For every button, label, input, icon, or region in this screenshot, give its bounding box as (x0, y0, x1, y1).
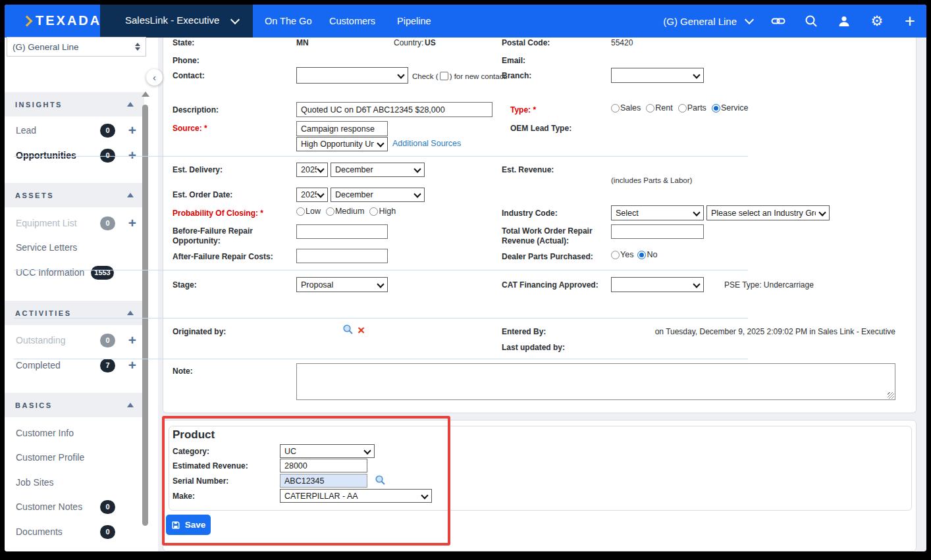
sidebar-item-documents[interactable]: Documents 0 (5, 522, 144, 541)
before-failure-input[interactable] (296, 224, 388, 239)
section-basics[interactable]: BASICS (5, 393, 144, 417)
make-select[interactable]: CATERPILLAR - AA (280, 489, 432, 503)
dealer-parts-label: Dealer Parts Purchased: (502, 252, 593, 261)
add-icon[interactable]: + (128, 149, 136, 162)
texada-logo[interactable]: TEXADA (23, 13, 101, 28)
link-icon[interactable] (771, 14, 785, 28)
est-delivery-label: Est. Delivery: (173, 165, 223, 174)
sidebar-item-opportunities[interactable]: Opportunities 0 + (5, 146, 144, 165)
sidebar-item-outstanding[interactable]: Outstanding 0 + (5, 331, 144, 349)
cat-financing-select[interactable] (611, 277, 704, 292)
est-delivery-year-select[interactable]: 2025 (296, 163, 328, 177)
est-revenue-note: (includes Parts & Labor) (611, 176, 692, 184)
country-label: Country: (394, 38, 423, 47)
sidebar-item-customer-info[interactable]: Customer Info (5, 424, 144, 442)
sidebar-item-lead[interactable]: Lead 0 + (5, 121, 144, 140)
radio-high[interactable]: High (369, 207, 396, 216)
stage-select[interactable]: Proposal (296, 277, 388, 292)
category-select[interactable]: UC (280, 444, 375, 458)
source-input[interactable]: Campaign response (296, 121, 388, 136)
sidebar-item-equipment-list[interactable]: Equipment List 0 + (5, 214, 144, 232)
contact-select[interactable] (296, 67, 408, 84)
section-activities[interactable]: ACTIVITIES (5, 301, 144, 325)
sidebar-item-service-letters[interactable]: Service Letters (5, 238, 144, 257)
user-icon[interactable] (837, 14, 851, 28)
originated-by-label: Originated by: (173, 327, 226, 336)
search-icon[interactable] (804, 14, 818, 28)
gear-icon[interactable]: ⚙ (870, 14, 884, 28)
chevron-down-icon (421, 492, 428, 499)
opportunity-form-card (163, 38, 917, 413)
company-selector[interactable]: (G) General Line (663, 16, 753, 27)
lookup-search-icon[interactable] (342, 324, 354, 338)
est-revenue-label: Est. Revenue: (502, 165, 554, 174)
section-insights[interactable]: INSIGHTS (5, 92, 144, 116)
est-order-month-select[interactable]: December (331, 188, 425, 202)
note-textarea[interactable] (296, 363, 895, 400)
radio-no[interactable]: No (637, 250, 657, 259)
top-navbar: TEXADA SalesLink - Executive On The Go C… (5, 5, 926, 38)
brand-name: TEXADA (36, 13, 101, 28)
chevron-down-icon (363, 447, 371, 454)
sidebar-item-job-sites[interactable]: Job Sites (5, 473, 144, 492)
radio-medium[interactable]: Medium (326, 207, 364, 216)
sidebar-scrollbar[interactable] (142, 90, 149, 544)
nav-pipeline[interactable]: Pipeline (397, 5, 431, 38)
radio-service[interactable]: Service (712, 103, 749, 113)
save-button[interactable]: Save (166, 515, 211, 535)
est-delivery-month-select[interactable]: December (331, 163, 425, 177)
note-label: Note: (173, 367, 193, 376)
entered-by-label: Entered By: (502, 327, 546, 336)
est-order-year-select[interactable]: 2025 (296, 188, 328, 202)
type-label: Type: * (510, 105, 536, 115)
total-wo-input[interactable] (611, 224, 704, 239)
stage-label: Stage: (173, 280, 197, 290)
serial-search-icon[interactable] (375, 474, 386, 488)
clear-x-icon[interactable]: × (358, 324, 365, 336)
serial-number-input[interactable]: ABC12345 (280, 474, 367, 488)
app-window: TEXADA SalesLink - Executive On The Go C… (5, 5, 926, 551)
add-icon[interactable]: + (128, 334, 136, 347)
estimated-revenue-input[interactable]: 28000 (280, 459, 367, 472)
add-icon[interactable]: + (128, 216, 136, 230)
sidebar-item-customer-notes[interactable]: Customer Notes 0 (5, 497, 144, 516)
industry-select[interactable]: Select (611, 205, 704, 220)
resize-grip[interactable] (888, 392, 894, 399)
add-icon[interactable]: + (128, 124, 136, 137)
radio-rent[interactable]: Rent (646, 103, 672, 113)
radio-icon (296, 207, 305, 216)
product-card (163, 420, 917, 551)
probability-label: Probability Of Closing: * (173, 209, 263, 218)
new-contact-checkbox[interactable] (440, 72, 448, 80)
section-assets[interactable]: ASSETS (5, 183, 144, 207)
count-badge: 0 (100, 334, 115, 347)
radio-sales[interactable]: Sales (611, 103, 641, 113)
chevron-down-icon (377, 280, 384, 288)
plus-icon[interactable]: + (903, 14, 917, 28)
add-icon[interactable]: + (128, 359, 136, 372)
texada-chevron-icon (22, 15, 33, 26)
sidebar-item-customer-profile[interactable]: Customer Profile (5, 448, 144, 467)
industry-group-select[interactable]: Please select an Industry Group f (706, 205, 830, 220)
after-failure-input[interactable] (296, 249, 388, 263)
scrollbar-thumb[interactable] (142, 105, 148, 526)
app-menu[interactable]: SalesLink - Executive (100, 5, 253, 38)
radio-yes[interactable]: Yes (611, 250, 633, 259)
source-secondary-select[interactable]: High Opportunity Unde (296, 137, 388, 151)
description-input[interactable]: Quoted UC on D6T ABC12345 $28,000 (296, 102, 492, 117)
radio-icon-selected (712, 104, 720, 113)
additional-sources-link[interactable]: Additional Sources (392, 139, 461, 148)
collapse-triangle-icon (127, 403, 134, 407)
description-label: Description: (173, 105, 219, 115)
radio-parts[interactable]: Parts (678, 103, 706, 113)
sidebar-collapse-button[interactable]: ‹ (146, 69, 163, 86)
sidebar-company-select[interactable]: (G) General Line (7, 37, 146, 57)
sidebar-item-ucc-information[interactable]: UCC Information 1553 (5, 263, 144, 282)
nav-on-the-go[interactable]: On The Go (265, 5, 311, 38)
radio-low[interactable]: Low (296, 207, 321, 216)
nav-customers[interactable]: Customers (329, 5, 375, 38)
branch-select[interactable] (611, 68, 704, 83)
collapse-triangle-icon (127, 311, 134, 315)
separator (14, 156, 748, 157)
scroll-up-icon[interactable] (142, 91, 149, 97)
